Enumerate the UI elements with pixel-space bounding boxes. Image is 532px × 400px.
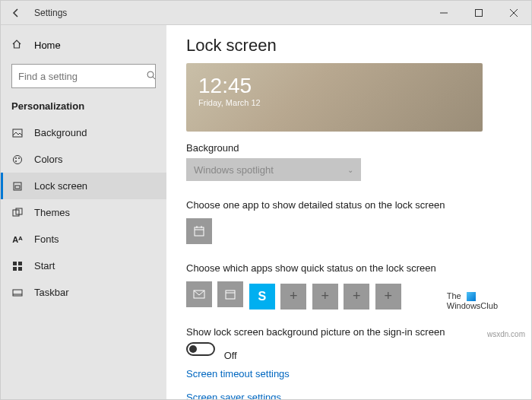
maximize-icon — [475, 9, 483, 17]
background-dropdown[interactable]: Windows spotlight ⌄ — [186, 158, 361, 181]
close-icon — [510, 9, 518, 17]
search-input[interactable] — [18, 71, 146, 82]
section-header: Personalization — [1, 100, 166, 119]
calendar-icon — [193, 225, 205, 237]
quick-app-add-4[interactable]: + — [375, 284, 401, 310]
preview-date: Friday, March 12 — [198, 98, 470, 107]
toggle-state: Off — [224, 350, 237, 361]
taskbar-icon — [11, 287, 24, 298]
quick-status-label: Choose which apps show quick status on t… — [186, 262, 511, 274]
background-label: Background — [186, 142, 511, 154]
home-label: Home — [34, 40, 61, 51]
plus-icon: + — [384, 288, 392, 304]
plus-icon: + — [353, 288, 361, 304]
nav-label: Start — [34, 260, 55, 271]
logo-square-icon — [467, 292, 476, 301]
nav-colors[interactable]: Colors — [1, 146, 166, 173]
lock-screen-icon — [11, 181, 24, 192]
mail-icon — [193, 288, 205, 300]
skype-icon: S — [258, 290, 267, 303]
dropdown-value: Windows spotlight — [194, 164, 274, 176]
nav-fonts[interactable]: AA Fonts — [1, 226, 166, 252]
arrow-left-icon — [11, 8, 21, 18]
nav-label: Themes — [34, 207, 70, 218]
svg-rect-18 — [18, 267, 22, 271]
nav-lock-screen[interactable]: Lock screen — [1, 173, 166, 199]
svg-rect-1 — [476, 10, 483, 17]
chevron-down-icon: ⌄ — [347, 166, 353, 174]
nav-label: Colors — [34, 154, 63, 165]
nav-label: Taskbar — [34, 287, 69, 298]
sidebar: Home Personalization Background Colors L… — [1, 25, 166, 399]
fonts-icon: AA — [11, 235, 24, 244]
themes-icon — [11, 208, 24, 218]
back-button[interactable] — [7, 4, 25, 22]
svg-point-7 — [14, 155, 22, 163]
svg-point-8 — [15, 157, 17, 159]
nav-label: Lock screen — [34, 180, 87, 192]
minimize-icon — [440, 9, 448, 17]
picture-icon — [11, 128, 24, 138]
start-icon — [11, 261, 24, 271]
home-nav[interactable]: Home — [1, 33, 166, 58]
plus-icon: + — [290, 288, 298, 304]
quick-app-calendar[interactable] — [217, 281, 243, 307]
calendar-icon — [224, 288, 236, 300]
detailed-app-calendar[interactable] — [186, 218, 212, 244]
svg-point-4 — [147, 71, 154, 78]
screensaver-settings-link[interactable]: Screen saver settings — [186, 392, 511, 399]
svg-rect-6 — [13, 129, 22, 137]
quick-app-mail[interactable] — [186, 281, 212, 307]
signin-bg-label: Show lock screen background picture on t… — [186, 326, 511, 338]
quick-app-add-2[interactable]: + — [312, 284, 338, 310]
quick-app-add-3[interactable]: + — [344, 284, 369, 310]
plus-icon: + — [321, 288, 330, 304]
svg-rect-12 — [15, 186, 20, 189]
detailed-status-label: Choose one app to show detailed status o… — [186, 199, 511, 211]
maximize-button[interactable] — [461, 1, 496, 25]
window-title: Settings — [34, 8, 67, 18]
titlebar: Settings — [1, 1, 531, 25]
svg-rect-21 — [195, 227, 204, 236]
watermark: The WindowsClub — [447, 291, 498, 311]
nav-taskbar[interactable]: Taskbar — [1, 279, 166, 306]
search-icon — [146, 70, 157, 83]
nav-background[interactable]: Background — [1, 119, 166, 146]
lock-screen-preview[interactable]: 12:45 Friday, March 12 — [186, 63, 483, 132]
quick-app-skype[interactable]: S — [249, 284, 275, 310]
timeout-settings-link[interactable]: Screen timeout settings — [186, 368, 511, 379]
home-icon — [11, 39, 24, 52]
svg-line-5 — [153, 77, 155, 79]
svg-rect-19 — [13, 290, 22, 296]
palette-icon — [11, 154, 24, 165]
main-content: Lock screen 12:45 Friday, March 12 Backg… — [166, 25, 531, 399]
page-heading: Lock screen — [186, 36, 511, 56]
svg-point-9 — [18, 157, 20, 159]
search-box[interactable] — [11, 64, 156, 88]
svg-rect-26 — [226, 290, 235, 299]
nav-label: Fonts — [34, 233, 59, 245]
preview-time: 12:45 — [198, 74, 470, 98]
nav-start[interactable]: Start — [1, 252, 166, 279]
svg-rect-15 — [13, 262, 17, 265]
footer-watermark: wsxdn.com — [487, 330, 525, 338]
svg-point-10 — [15, 160, 17, 162]
svg-rect-17 — [13, 267, 17, 271]
quick-app-add-1[interactable]: + — [280, 284, 306, 310]
close-button[interactable] — [496, 1, 531, 25]
signin-bg-toggle[interactable] — [186, 342, 215, 356]
svg-rect-16 — [18, 262, 22, 265]
minimize-button[interactable] — [426, 1, 461, 25]
nav-themes[interactable]: Themes — [1, 199, 166, 226]
nav-label: Background — [34, 127, 87, 138]
